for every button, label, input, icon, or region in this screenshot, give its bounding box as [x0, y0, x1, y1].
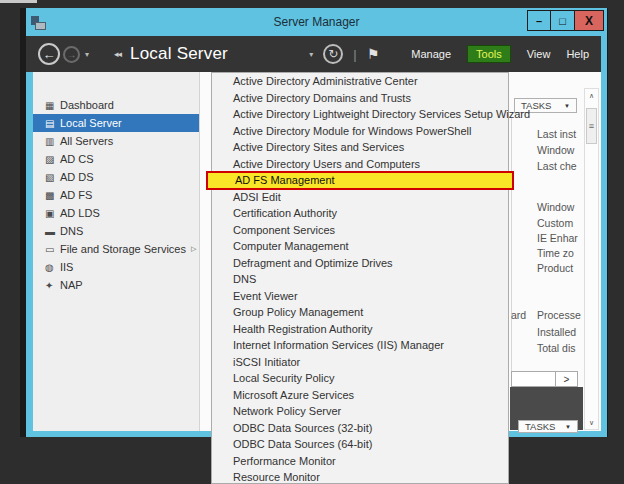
tasks-caret-icon: ▼	[564, 103, 570, 109]
panel-text-fragment: Processe	[537, 309, 581, 321]
scrollbar-up-icon[interactable]: ∧	[585, 89, 598, 102]
panel-text-fragment: Last inst	[537, 128, 576, 140]
tools-menu-item[interactable]: Component Services	[212, 222, 508, 239]
menu-help[interactable]: Help	[566, 48, 589, 60]
tasks-label: TASKS	[525, 421, 555, 432]
maximize-button[interactable]: □	[551, 10, 575, 31]
panel-text-fragment: ard	[511, 309, 526, 321]
dns-icon: ▬	[45, 226, 60, 237]
tools-menu-item[interactable]: Active Directory Module for Windows Powe…	[212, 123, 508, 140]
tools-menu-item[interactable]: Local Security Policy	[212, 370, 508, 387]
nap-icon: ✦	[45, 280, 60, 291]
tools-menu-item[interactable]: Defragment and Optimize Drives	[212, 255, 508, 272]
sidebar-item-label: File and Storage Services	[60, 243, 186, 255]
tools-menu-item[interactable]: ODBC Data Sources (64-bit)	[212, 436, 508, 453]
navigation-bar: ← → ▾ ◂◂ Local Server ▾ ↻ | ⚑ Manage Too…	[26, 36, 601, 72]
sidebar-item-local-server[interactable]: ▤ Local Server	[33, 114, 199, 132]
refresh-button[interactable]: ↻	[323, 44, 343, 64]
minimize-button[interactable]: –	[527, 10, 551, 31]
panel-text-fragment: Installed	[537, 326, 576, 338]
sidebar: ▦ Dashboard ▤ Local Server ▥ All Servers…	[33, 72, 200, 431]
breadcrumb: Local Server	[130, 44, 228, 64]
sidebar-item-iis[interactable]: ◍ IIS	[33, 258, 199, 276]
tools-menu-item[interactable]: Computer Management	[212, 238, 508, 255]
menu-tools-highlighted[interactable]: Tools	[467, 45, 511, 63]
tools-menu-item[interactable]: Performance Monitor	[212, 453, 508, 470]
tools-menu-item-adfs-management-highlighted[interactable]: AD FS Management	[206, 171, 514, 190]
tools-dropdown-menu: Active Directory Administrative Center A…	[211, 72, 509, 484]
scrollbar-grip-icon: ≡	[589, 121, 594, 131]
sidebar-item-label: All Servers	[60, 135, 113, 147]
expander-arrow-icon[interactable]: ▷	[191, 245, 196, 253]
breadcrumb-scroll-chevrons-icon[interactable]: ◂◂	[114, 49, 121, 59]
sidebar-item-dns[interactable]: ▬ DNS	[33, 222, 199, 240]
tools-menu-item[interactable]: Active Directory Administrative Center	[212, 73, 508, 90]
panel-border-line	[511, 118, 512, 371]
history-dropdown-caret-icon[interactable]: ▾	[85, 50, 89, 59]
window-title: Server Manager	[26, 15, 607, 29]
tools-menu-item[interactable]: Active Directory Users and Computers	[212, 156, 508, 173]
menu-view[interactable]: View	[527, 48, 551, 60]
sidebar-item-file-storage-services[interactable]: ▭ File and Storage Services ▷	[33, 240, 199, 258]
tools-menu-item[interactable]: Active Directory Domains and Trusts	[212, 90, 508, 107]
sidebar-item-ad-fs[interactable]: ▩ AD FS	[33, 186, 199, 204]
panel-text-fragment: Window	[537, 144, 574, 156]
tools-menu-item[interactable]: Active Directory Lightweight Directory S…	[212, 106, 508, 123]
tools-menu-item[interactable]: Group Policy Management	[212, 304, 508, 321]
dashboard-icon: ▦	[45, 100, 60, 111]
sidebar-item-all-servers[interactable]: ▥ All Servers	[33, 132, 199, 150]
tools-menu-item[interactable]: Active Directory Sites and Services	[212, 139, 508, 156]
sidebar-item-ad-cs[interactable]: ▨ AD CS	[33, 150, 199, 168]
close-button[interactable]: X	[575, 10, 604, 31]
panel-scroll-row: >	[511, 371, 578, 387]
sidebar-item-label: AD DS	[60, 171, 94, 183]
tools-menu-item[interactable]: Resource Monitor	[212, 469, 508, 484]
tools-menu-item[interactable]: Health Registration Authority	[212, 321, 508, 338]
sidebar-item-nap[interactable]: ✦ NAP	[33, 276, 199, 294]
ad-cs-icon: ▨	[45, 154, 60, 165]
tools-menu-item[interactable]: Internet Information Services (IIS) Mana…	[212, 337, 508, 354]
tools-menu-item[interactable]: Event Viewer	[212, 288, 508, 305]
panel-scroll-track	[512, 372, 555, 386]
tasks-button-bottom[interactable]: TASKS ▼	[518, 420, 578, 433]
back-button[interactable]: ←	[38, 43, 60, 65]
forward-icon: →	[67, 49, 77, 60]
navbar-separator: |	[353, 47, 356, 62]
panel-text-fragment: Total dis	[537, 342, 576, 354]
tools-menu-item[interactable]: DNS	[212, 271, 508, 288]
navbar-right-cluster: ▾ ↻ | ⚑ Manage Tools View Help	[309, 36, 589, 72]
titlebar[interactable]: Server Manager – □ X	[26, 8, 607, 36]
sidebar-item-label: Dashboard	[60, 99, 114, 111]
tools-menu-item[interactable]: Certification Authority	[212, 205, 508, 222]
scrollbar-down-icon[interactable]: ∨	[585, 416, 598, 429]
panel-text-fragment: Custom	[537, 217, 573, 229]
panel-text-fragment: Window	[537, 201, 574, 213]
breadcrumb-dropdown-caret-icon[interactable]: ▾	[309, 50, 313, 59]
iis-icon: ◍	[45, 262, 60, 273]
sidebar-item-label: AD LDS	[60, 207, 100, 219]
tools-menu-item[interactable]: iSCSI Initiator	[212, 354, 508, 371]
menu-manage[interactable]: Manage	[411, 48, 451, 60]
sidebar-item-label: DNS	[60, 225, 83, 237]
sidebar-item-dashboard[interactable]: ▦ Dashboard	[33, 96, 199, 114]
forward-button[interactable]: →	[63, 46, 80, 63]
panel-text-fragment: IE Enhar	[537, 232, 578, 244]
sidebar-item-ad-ds[interactable]: ▧ AD DS	[33, 168, 199, 186]
panel-text-fragment: Time zo	[537, 247, 574, 259]
ad-ds-icon: ▧	[45, 172, 60, 183]
scroll-right-button[interactable]: >	[555, 372, 577, 386]
sidebar-item-label: AD CS	[60, 153, 94, 165]
tools-menu-item[interactable]: ADSI Edit	[212, 189, 508, 206]
tools-menu-item[interactable]: ODBC Data Sources (32-bit)	[212, 420, 508, 437]
refresh-icon: ↻	[328, 47, 338, 61]
tools-menu-item[interactable]: Network Policy Server	[212, 403, 508, 420]
ad-lds-icon: ▣	[45, 208, 60, 219]
file-storage-icon: ▭	[45, 244, 60, 255]
sidebar-item-label: NAP	[60, 279, 83, 291]
scrollbar-thumb[interactable]: ≡	[586, 108, 597, 144]
tools-menu-item[interactable]: Microsoft Azure Services	[212, 387, 508, 404]
vertical-scrollbar[interactable]: ∧ ≡ ∨	[584, 88, 599, 430]
sidebar-item-label: IIS	[60, 261, 73, 273]
sidebar-item-ad-lds[interactable]: ▣ AD LDS	[33, 204, 199, 222]
notifications-flag-icon[interactable]: ⚑	[367, 46, 380, 62]
